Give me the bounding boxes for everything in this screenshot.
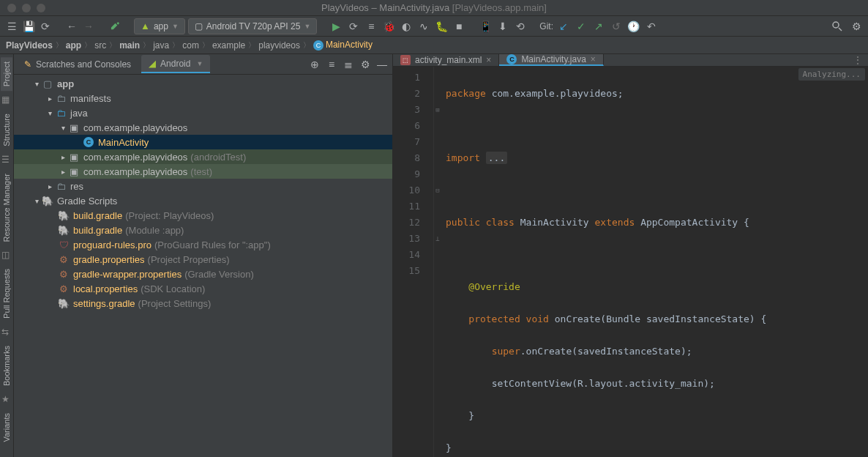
- tree-bg1[interactable]: 🐘build.gradle(Project: PlayVideos): [14, 208, 392, 223]
- build-hammer-icon[interactable]: [108, 19, 122, 34]
- git-update-icon[interactable]: ↙: [556, 19, 571, 34]
- fold-gutter: ⊞⊟⊥: [434, 67, 441, 457]
- run-config-dropdown[interactable]: ▲ app ▼: [134, 18, 185, 34]
- git-push-icon[interactable]: ↗: [591, 19, 606, 34]
- tree-pkg3[interactable]: ▸▣com.example.playvideos(test): [14, 164, 392, 179]
- editor-tab-mainactivity[interactable]: C MainActivity.java ×: [499, 54, 604, 66]
- tree-res[interactable]: ▸🗀res: [14, 179, 392, 193]
- scratches-tab[interactable]: ✎ Scratches and Consoles: [17, 56, 138, 73]
- refresh-icon[interactable]: ⟳: [38, 19, 53, 34]
- apply-code-icon[interactable]: ≡: [364, 19, 378, 34]
- editor-area: ⬚ activity_main.xml × C MainActivity.jav…: [393, 54, 868, 457]
- tab-more-icon[interactable]: ⋮: [848, 54, 868, 66]
- git-commit-icon[interactable]: ✓: [574, 19, 588, 34]
- tree-mainactivity[interactable]: CMainActivity: [14, 135, 392, 149]
- editor-tabs: ⬚ activity_main.xml × C MainActivity.jav…: [393, 54, 868, 67]
- apply-changes-icon[interactable]: ⟳: [346, 19, 361, 34]
- sync-icon[interactable]: ⟲: [513, 19, 528, 34]
- android-tab[interactable]: ◢ Android ▼: [141, 55, 210, 73]
- device-dropdown[interactable]: ▢ Android TV 720p API 25 ▼: [188, 18, 317, 34]
- resmgr-tool-icon: ◫: [1, 250, 12, 261]
- breadcrumb-project[interactable]: PlayVideos: [6, 40, 53, 51]
- line-gutter: 1 2 3 6 7 8 9 10 11 12 13 14 15: [393, 67, 434, 457]
- tree-gradle-scripts[interactable]: ▾🐘Gradle Scripts: [14, 193, 392, 208]
- breadcrumb-pkg[interactable]: playvideos: [258, 40, 300, 51]
- structure-tool-button[interactable]: Structure: [1, 109, 12, 151]
- tree-gwp[interactable]: ⚙gradle-wrapper.properties(Gradle Versio…: [14, 267, 392, 281]
- project-panel: ✎ Scratches and Consoles ◢ Android ▼ ⊕ ≡…: [14, 54, 393, 457]
- expand-all-icon[interactable]: ≡: [324, 57, 339, 72]
- open-icon[interactable]: ☰: [4, 19, 19, 34]
- project-tool-button[interactable]: Project: [1, 57, 12, 91]
- breadcrumb-class[interactable]: CMainActivity: [313, 40, 373, 51]
- bookmarks-tool-icon: ★: [1, 394, 12, 405]
- pullreq-tool-button[interactable]: Pull Requests: [1, 264, 12, 323]
- code-editor[interactable]: Analyzing... 1 2 3 6 7 8 9 10 11 12 13 1…: [393, 67, 868, 457]
- settings-icon[interactable]: ⚙: [849, 19, 864, 34]
- forward-icon[interactable]: →: [81, 19, 96, 34]
- main-toolbar: ☰ 💾 ⟳ ← → ▲ app ▼ ▢ Android TV 720p API …: [0, 16, 868, 37]
- variants-tool-button[interactable]: Variants: [1, 409, 12, 447]
- breadcrumb-example[interactable]: example: [212, 40, 245, 51]
- code-content[interactable]: package com.example.playvideos; import .…: [441, 67, 868, 457]
- revert-icon[interactable]: ↶: [644, 19, 659, 34]
- android-icon: ▲: [141, 21, 150, 31]
- tree-lp[interactable]: ⚙local.properties(SDK Location): [14, 281, 392, 296]
- git-label: Git:: [539, 21, 553, 31]
- back-icon[interactable]: ←: [64, 19, 79, 34]
- stop-icon[interactable]: ■: [452, 19, 466, 34]
- xml-icon: ⬚: [400, 55, 411, 65]
- tree-proguard[interactable]: 🛡proguard-rules.pro(ProGuard Rules for "…: [14, 237, 392, 252]
- phone-icon: ▢: [195, 21, 203, 31]
- sdk-icon[interactable]: ⬇: [495, 19, 510, 34]
- hide-panel-icon[interactable]: —: [375, 57, 389, 72]
- svg-point-0: [833, 22, 839, 28]
- structure-tool-icon: ☰: [1, 155, 12, 166]
- tree-app[interactable]: ▾▢app: [14, 76, 392, 91]
- tree-gp[interactable]: ⚙gradle.properties(Project Properties): [14, 252, 392, 267]
- close-tab-icon[interactable]: ×: [486, 55, 491, 65]
- panel-settings-icon[interactable]: ⚙: [358, 57, 373, 72]
- breadcrumb-com[interactable]: com: [182, 40, 199, 51]
- tree-pkg1[interactable]: ▾▣com.example.playvideos: [14, 120, 392, 135]
- svg-line-1: [839, 28, 842, 31]
- project-tool-icon: ▦: [1, 94, 12, 105]
- save-icon[interactable]: 💾: [21, 19, 36, 34]
- tree-bg2[interactable]: 🐘build.gradle(Module :app): [14, 223, 392, 237]
- git-history-icon[interactable]: ↺: [609, 19, 624, 34]
- clock-icon[interactable]: 🕐: [626, 19, 641, 34]
- class-icon: C: [506, 54, 517, 64]
- debug-icon[interactable]: 🐞: [381, 19, 396, 34]
- window-controls: [0, 4, 45, 12]
- project-tree[interactable]: ▾▢app ▸🗀manifests ▾🗀java ▾▣com.example.p…: [14, 75, 392, 457]
- pullreq-tool-icon: ⇆: [1, 327, 12, 338]
- tree-pkg2[interactable]: ▸▣com.example.playvideos(androidTest): [14, 149, 392, 164]
- avd-icon[interactable]: 📱: [478, 19, 493, 34]
- titlebar: PlayVideos – MainActivity.java [PlayVide…: [0, 0, 868, 16]
- tree-manifests[interactable]: ▸🗀manifests: [14, 91, 392, 105]
- coverage-icon[interactable]: ◐: [399, 19, 414, 34]
- tree-sg[interactable]: 🐘settings.gradle(Project Settings): [14, 296, 392, 311]
- profile-icon[interactable]: ∿: [416, 19, 431, 34]
- collapse-all-icon[interactable]: ≣: [341, 57, 356, 72]
- bookmarks-tool-button[interactable]: Bookmarks: [1, 341, 12, 390]
- breadcrumb-module[interactable]: app: [66, 40, 81, 51]
- tree-java[interactable]: ▾🗀java: [14, 105, 392, 120]
- editor-tab-activity-main[interactable]: ⬚ activity_main.xml ×: [393, 54, 499, 66]
- locate-icon[interactable]: ⊕: [307, 57, 322, 72]
- resmgr-tool-button[interactable]: Resource Manager: [1, 169, 12, 247]
- close-tab-icon[interactable]: ×: [591, 54, 596, 64]
- left-tool-stripe: Project ▦ Structure ☰ Resource Manager ◫…: [0, 54, 14, 457]
- minimize-window[interactable]: [22, 4, 31, 12]
- scratches-icon: ✎: [24, 59, 31, 70]
- breadcrumb-main[interactable]: main: [119, 40, 140, 51]
- close-window[interactable]: [7, 4, 16, 12]
- search-icon[interactable]: [830, 19, 845, 34]
- breadcrumb-src[interactable]: src: [94, 40, 106, 51]
- android-icon: ◢: [149, 58, 156, 69]
- run-icon[interactable]: ▶: [329, 19, 343, 34]
- breadcrumb: PlayVideos〉 app〉 src〉 main〉 java〉 com〉 e…: [0, 37, 868, 54]
- maximize-window[interactable]: [37, 4, 45, 12]
- breadcrumb-java[interactable]: java: [153, 40, 169, 51]
- attach-debugger-icon[interactable]: 🐛: [434, 19, 449, 34]
